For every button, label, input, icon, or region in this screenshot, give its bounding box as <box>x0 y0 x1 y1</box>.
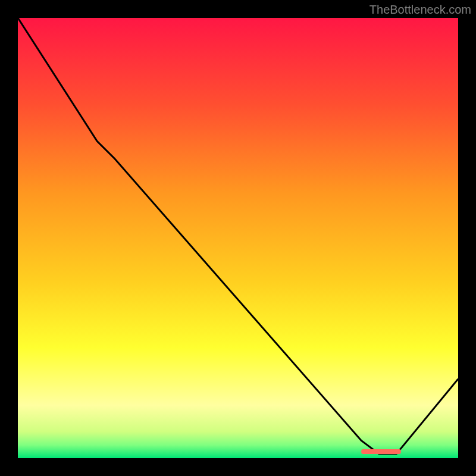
chart-container: TheBottleneck.com <box>0 0 476 476</box>
attribution-text: TheBottleneck.com <box>369 3 471 17</box>
optimal-marker <box>361 449 401 454</box>
plot-area <box>18 18 458 458</box>
gradient-background <box>18 18 458 458</box>
chart-svg <box>18 18 458 458</box>
